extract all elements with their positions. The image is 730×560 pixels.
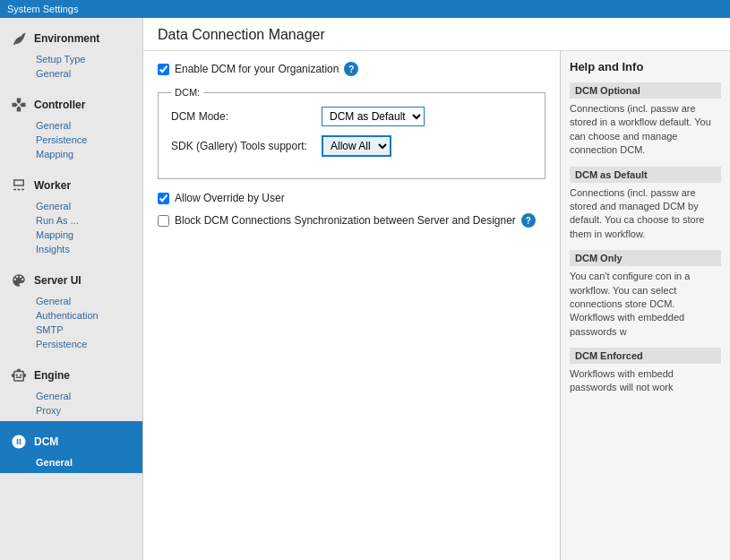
- gamepad-icon: [9, 95, 29, 115]
- help-section-text-3: Workflows with embedd passwords will not…: [570, 367, 721, 395]
- dcm-mode-row: DCM Mode: DCM Optional DCM as Default DC…: [171, 107, 532, 126]
- sidebar-item-proxy[interactable]: Proxy: [0, 403, 142, 418]
- sidebar-item-engine-general[interactable]: General: [0, 389, 142, 403]
- sidebar-item-controller-general[interactable]: General: [0, 118, 142, 133]
- sidebar-section-environment: Environment Setup Type General: [0, 18, 142, 84]
- sidebar-section-dcm: DCM General: [0, 421, 142, 473]
- help-section-title-0: DCM Optional: [570, 82, 721, 99]
- title-bar-label: System Settings: [7, 4, 78, 14]
- block-sync-row: Block DCM Connections Synchronization be…: [158, 213, 545, 228]
- allow-override-row: Allow Override by User: [158, 192, 545, 204]
- sidebar-section-header-controller: Controller: [0, 91, 142, 118]
- sidebar-section-header-engine: Engine: [0, 362, 142, 389]
- sidebar-section-worker: Worker General Run As ... Mapping Insigh…: [0, 165, 142, 260]
- sidebar-item-dcm-general[interactable]: General: [0, 455, 142, 470]
- page-title: Data Connection Manager: [158, 27, 716, 43]
- allow-override-label: Allow Override by User: [175, 192, 285, 204]
- monitor-icon: [9, 176, 29, 195]
- help-panel: Help and Info DCM Optional Connections (…: [560, 51, 730, 560]
- enable-dcm-label: Enable DCM for your Organization: [175, 63, 339, 75]
- dcm-mode-label: DCM Mode:: [171, 110, 314, 123]
- sidebar-section-header-environment: Environment: [0, 25, 142, 52]
- sidebar-item-serverui-persistence[interactable]: Persistence: [0, 337, 142, 351]
- sidebar-item-insights[interactable]: Insights: [0, 242, 142, 256]
- content-area: Enable DCM for your Organization ? DCM: …: [143, 51, 730, 560]
- sdk-label: SDK (Gallery) Tools support:: [171, 140, 314, 152]
- worker-label: Worker: [34, 179, 71, 192]
- robot-icon: [9, 366, 29, 385]
- controller-label: Controller: [34, 99, 85, 111]
- help-section-text-2: You can't configure con in a workflow. Y…: [570, 270, 721, 339]
- block-sync-checkbox[interactable]: [158, 215, 169, 227]
- environment-label: Environment: [34, 32, 99, 45]
- sidebar-item-worker-mapping[interactable]: Mapping: [0, 228, 142, 242]
- dcm-group: DCM: DCM Mode: DCM Optional DCM as Defau…: [158, 87, 545, 179]
- help-panel-title: Help and Info: [570, 60, 721, 73]
- help-section-title-1: DCM as Default: [570, 167, 721, 183]
- sidebar-section-header-dcm: DCM: [0, 428, 142, 455]
- dcm-group-legend: DCM:: [171, 87, 203, 98]
- help-section-text-1: Connections (incl. passw are stored and …: [570, 186, 721, 242]
- enable-dcm-help-icon[interactable]: ?: [344, 62, 358, 76]
- sidebar-section-header-server-ui: Server UI: [0, 267, 142, 294]
- allow-override-checkbox[interactable]: [158, 193, 169, 204]
- sidebar: Environment Setup Type General Controlle…: [0, 18, 143, 560]
- sdk-row: SDK (Gallery) Tools support: Allow All A…: [171, 135, 532, 157]
- sdk-select[interactable]: Allow All Allow Block: [322, 135, 391, 157]
- enable-dcm-checkbox[interactable]: [158, 64, 169, 75]
- sidebar-item-setup-type[interactable]: Setup Type: [0, 52, 142, 66]
- sidebar-section-header-worker: Worker: [0, 172, 142, 199]
- enable-dcm-row: Enable DCM for your Organization ?: [158, 62, 545, 76]
- sidebar-section-controller: Controller General Persistence Mapping: [0, 84, 142, 165]
- dcm-mode-select[interactable]: DCM Optional DCM as Default DCM Only DCM…: [322, 107, 425, 126]
- palette-icon: [9, 271, 29, 290]
- sidebar-item-authentication[interactable]: Authentication: [0, 308, 142, 323]
- sidebar-item-worker-general[interactable]: General: [0, 199, 142, 213]
- dcm-icon: [9, 432, 29, 452]
- sidebar-item-environment-general[interactable]: General: [0, 66, 142, 81]
- dcm-label: DCM: [34, 435, 58, 448]
- help-section-title-2: DCM Only: [570, 250, 721, 266]
- sidebar-item-persistence[interactable]: Persistence: [0, 133, 142, 147]
- main-content: Data Connection Manager Enable DCM for y…: [143, 18, 730, 560]
- page-header: Data Connection Manager: [143, 18, 730, 51]
- settings-panel: Enable DCM for your Organization ? DCM: …: [143, 51, 560, 560]
- sidebar-item-controller-mapping[interactable]: Mapping: [0, 147, 142, 161]
- sidebar-section-engine: Engine General Proxy: [0, 355, 142, 421]
- sidebar-item-smtp[interactable]: SMTP: [0, 323, 142, 337]
- sidebar-item-run-as[interactable]: Run As ...: [0, 213, 142, 228]
- server-ui-label: Server UI: [34, 274, 82, 287]
- block-sync-help-icon[interactable]: ?: [521, 213, 536, 228]
- leaf-icon: [9, 29, 29, 48]
- block-sync-label: Block DCM Connections Synchronization be…: [175, 214, 516, 227]
- sidebar-item-serverui-general[interactable]: General: [0, 294, 142, 308]
- title-bar: System Settings: [0, 0, 730, 18]
- sidebar-section-server-ui: Server UI General Authentication SMTP Pe…: [0, 260, 142, 355]
- engine-label: Engine: [34, 369, 70, 382]
- help-section-title-3: DCM Enforced: [570, 348, 721, 364]
- help-section-text-0: Connections (incl. passw are stored in a…: [570, 102, 721, 158]
